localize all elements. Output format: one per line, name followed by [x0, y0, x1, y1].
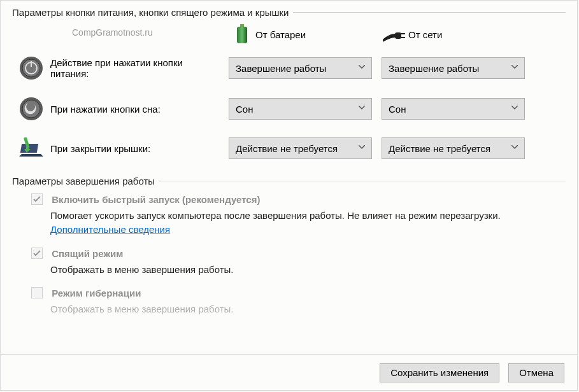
- scroll-area: Параметры кнопки питания, кнопки спящего…: [1, 1, 577, 344]
- row-power-button-label: Действие при нажатии кнопки питания:: [50, 57, 229, 79]
- col-battery-label: От батареи: [255, 29, 306, 40]
- option-fast-startup-desc: Помогает ускорить запуск компьютера посл…: [50, 209, 566, 237]
- select-value: Действие не требуется: [236, 143, 338, 154]
- plug-icon: [382, 26, 408, 43]
- svg-rect-8: [31, 61, 32, 67]
- row-sleep-button: При нажатии кнопки сна: Сон Сон: [12, 97, 566, 121]
- columns-header: CompGramotnost.ru От батареи: [12, 24, 566, 45]
- save-button[interactable]: Сохранить изменения: [380, 363, 499, 382]
- chevron-down-icon: [511, 106, 518, 112]
- svg-rect-1: [237, 27, 247, 43]
- option-sleep: Спящий режим: [31, 247, 566, 259]
- row-lid-close: При закрытии крышки: Действие не требует…: [12, 137, 566, 159]
- col-battery-header: От батареи: [229, 24, 382, 45]
- chevron-down-icon: [359, 65, 365, 71]
- chevron-down-icon: [359, 145, 365, 151]
- checkbox-sleep[interactable]: [31, 248, 43, 259]
- option-sleep-desc: Отображать в меню завершения работы.: [50, 263, 566, 277]
- chevron-down-icon: [511, 145, 518, 151]
- divider: [159, 181, 566, 181]
- checkbox-hibernate[interactable]: [31, 287, 43, 298]
- svg-rect-3: [401, 33, 405, 34]
- option-hibernate-desc: Отображать в меню завершения работы.: [50, 302, 566, 316]
- checkbox-fast-startup[interactable]: [31, 193, 43, 205]
- sleep-button-battery-select[interactable]: Сон: [229, 98, 372, 120]
- chevron-down-icon: [359, 106, 365, 112]
- select-value: Сон: [389, 104, 406, 115]
- select-value: Завершение работы: [236, 63, 326, 74]
- shutdown-options: Включить быстрый запуск (рекомендуется) …: [31, 193, 566, 316]
- divider: [293, 12, 566, 13]
- sleep-button-icon: [12, 97, 50, 121]
- svg-rect-2: [395, 32, 401, 39]
- power-options-panel: Параметры кнопки питания, кнопки спящего…: [0, 0, 578, 391]
- select-value: Сон: [236, 104, 253, 115]
- power-button-ac-select[interactable]: Завершение работы: [382, 57, 525, 79]
- col-ac-header: От сети: [382, 26, 534, 43]
- option-fast-startup: Включить быстрый запуск (рекомендуется): [31, 193, 566, 205]
- lid-close-icon: [12, 137, 50, 159]
- lid-close-ac-select[interactable]: Действие не требуется: [382, 137, 525, 159]
- row-power-button: Действие при нажатии кнопки питания: Зав…: [12, 56, 566, 80]
- select-value: Завершение работы: [389, 63, 479, 74]
- svg-rect-4: [401, 37, 405, 38]
- row-sleep-button-label: При нажатии кнопки сна:: [50, 104, 229, 115]
- checkbox-label: Режим гибернации: [52, 288, 141, 298]
- group-header-buttons-lid: Параметры кнопки питания, кнопки спящего…: [12, 7, 566, 18]
- group-header-shutdown: Параметры завершения работы: [12, 176, 566, 186]
- sleep-button-ac-select[interactable]: Сон: [382, 98, 525, 120]
- col-ac-label: От сети: [408, 29, 442, 40]
- power-button-icon: [12, 56, 50, 80]
- select-value: Действие не требуется: [389, 143, 490, 154]
- more-info-link[interactable]: Дополнительные сведения: [50, 224, 170, 235]
- row-lid-close-label: При закрытии крышки:: [50, 143, 229, 154]
- group-title: Параметры кнопки питания, кнопки спящего…: [12, 7, 293, 18]
- option-hibernate: Режим гибернации: [31, 286, 566, 298]
- group-title: Параметры завершения работы: [12, 176, 159, 186]
- check-icon: [32, 249, 42, 257]
- checkbox-label: Спящий режим: [52, 248, 123, 258]
- check-icon: [32, 195, 42, 203]
- dialog-footer: Сохранить изменения Отмена: [1, 354, 577, 390]
- checkbox-label: Включить быстрый запуск (рекомендуется): [52, 194, 260, 205]
- battery-icon: [229, 24, 255, 45]
- watermark-text: CompGramotnost.ru: [72, 27, 229, 38]
- lid-close-battery-select[interactable]: Действие не требуется: [229, 137, 372, 159]
- cancel-button[interactable]: Отмена: [508, 363, 564, 382]
- chevron-down-icon: [511, 65, 518, 71]
- power-button-battery-select[interactable]: Завершение работы: [229, 57, 372, 79]
- svg-rect-0: [240, 24, 244, 27]
